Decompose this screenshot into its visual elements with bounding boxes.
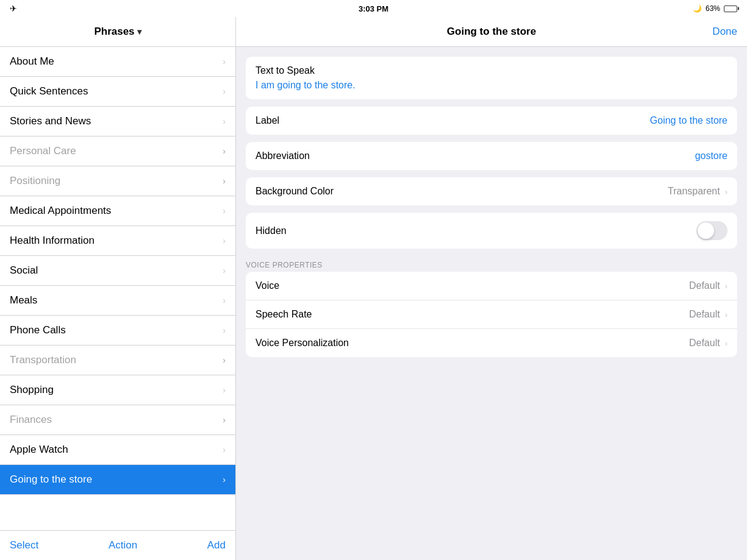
chevron-right-icon: › bbox=[223, 266, 226, 275]
voice-value: Default bbox=[689, 280, 720, 291]
hidden-row: Hidden bbox=[246, 213, 737, 249]
sidebar-item-label: Medical Appointments bbox=[10, 205, 111, 217]
add-button[interactable]: Add bbox=[207, 539, 226, 551]
hidden-toggle[interactable] bbox=[696, 221, 727, 240]
background-color-value-row: Transparent › bbox=[668, 186, 727, 197]
sidebar-header-label: Phrases bbox=[94, 26, 134, 38]
voice-personalization-value-row: Default › bbox=[689, 338, 727, 349]
sidebar-item-personal-care[interactable]: Personal Care › bbox=[0, 136, 235, 166]
text-to-speak-row: Text to Speak I am going to the store. bbox=[246, 57, 737, 99]
sidebar-item-label: Shopping bbox=[10, 384, 54, 396]
sidebar-list: About Me › Quick Sentences › Stories and… bbox=[0, 47, 235, 530]
sidebar-item-label: About Me bbox=[10, 55, 54, 68]
voice-properties-card: Voice Default › Speech Rate Default › bbox=[246, 272, 737, 357]
label-row: Label Going to the store bbox=[246, 107, 737, 135]
chevron-right-icon: › bbox=[223, 176, 226, 186]
phrases-dropdown-icon: ▾ bbox=[137, 27, 141, 37]
hidden-label: Hidden bbox=[256, 225, 287, 236]
chevron-right-icon: › bbox=[223, 296, 226, 305]
action-button[interactable]: Action bbox=[109, 539, 137, 551]
chevron-right-icon: › bbox=[223, 355, 226, 365]
right-panel-title: Going to the store bbox=[276, 26, 707, 38]
sidebar-header[interactable]: Phrases ▾ bbox=[0, 17, 235, 47]
background-color-card: Background Color Transparent › bbox=[246, 177, 737, 205]
sidebar-item-label: Going to the store bbox=[10, 473, 92, 486]
sidebar-item-transportation[interactable]: Transportation › bbox=[0, 346, 235, 375]
abbreviation-field-value[interactable]: gostore bbox=[695, 151, 727, 161]
right-panel-header: Going to the store Done bbox=[236, 17, 747, 47]
sidebar: Phrases ▾ About Me › Quick Sentences › S… bbox=[0, 17, 236, 560]
voice-row[interactable]: Voice Default › bbox=[246, 272, 737, 300]
chevron-right-icon: › bbox=[725, 187, 727, 196]
sidebar-item-apple-watch[interactable]: Apple Watch › bbox=[0, 435, 235, 465]
voice-personalization-row[interactable]: Voice Personalization Default › bbox=[246, 329, 737, 357]
chevron-right-icon: › bbox=[223, 445, 226, 455]
speech-rate-value: Default bbox=[689, 309, 720, 320]
label-field-label: Label bbox=[256, 115, 279, 126]
speech-rate-row[interactable]: Speech Rate Default › bbox=[246, 300, 737, 329]
sidebar-item-health-information[interactable]: Health Information › bbox=[0, 226, 235, 256]
sidebar-item-label: Finances bbox=[10, 414, 52, 426]
chevron-right-icon: › bbox=[725, 310, 727, 319]
voice-personalization-value: Default bbox=[689, 338, 720, 349]
battery-bar-icon bbox=[724, 5, 737, 12]
abbreviation-row: Abbreviation gostore bbox=[246, 142, 737, 170]
right-panel-container: Going to the store Done Text to Speak I … bbox=[236, 17, 747, 560]
sidebar-item-medical-appointments[interactable]: Medical Appointments › bbox=[0, 196, 235, 226]
status-bar-left: ✈ bbox=[10, 4, 17, 13]
status-bar-time: 3:03 PM bbox=[359, 4, 388, 13]
sidebar-item-meals[interactable]: Meals › bbox=[0, 286, 235, 316]
text-to-speak-card: Text to Speak I am going to the store. bbox=[246, 57, 737, 99]
sidebar-item-stories-and-news[interactable]: Stories and News › bbox=[0, 107, 235, 136]
status-bar-right: 🌙 63% bbox=[693, 4, 737, 13]
chevron-right-icon: › bbox=[223, 57, 226, 66]
sidebar-footer: Select Action Add bbox=[0, 530, 235, 560]
chevron-right-icon: › bbox=[223, 385, 226, 395]
sidebar-item-label: Personal Care bbox=[10, 145, 76, 157]
main-content: Phrases ▾ About Me › Quick Sentences › S… bbox=[0, 17, 747, 560]
toggle-knob bbox=[698, 222, 714, 239]
sidebar-item-phone-calls[interactable]: Phone Calls › bbox=[0, 316, 235, 346]
chevron-right-icon: › bbox=[725, 339, 727, 348]
speech-rate-value-row: Default › bbox=[689, 309, 727, 320]
status-bar: ✈ 3:03 PM 🌙 63% bbox=[0, 0, 747, 17]
voice-properties-header: VOICE PROPERTIES bbox=[236, 256, 747, 272]
speech-rate-label: Speech Rate bbox=[256, 309, 312, 320]
sidebar-item-label: Phone Calls bbox=[10, 324, 66, 336]
chevron-right-icon: › bbox=[725, 282, 727, 291]
label-field-value[interactable]: Going to the store bbox=[650, 115, 727, 126]
label-card: Label Going to the store bbox=[246, 107, 737, 135]
voice-personalization-label: Voice Personalization bbox=[256, 338, 349, 349]
chevron-right-icon: › bbox=[223, 325, 226, 335]
sidebar-item-label: Positioning bbox=[10, 175, 60, 187]
background-color-label: Background Color bbox=[256, 186, 334, 197]
sidebar-item-social[interactable]: Social › bbox=[0, 256, 235, 286]
sidebar-item-label: Social bbox=[10, 264, 38, 277]
chevron-right-icon: › bbox=[223, 146, 226, 156]
chevron-right-icon: › bbox=[223, 475, 226, 484]
moon-icon: 🌙 bbox=[693, 4, 702, 13]
sidebar-item-label: Meals bbox=[10, 294, 37, 307]
sidebar-item-quick-sentences[interactable]: Quick Sentences › bbox=[0, 77, 235, 107]
sidebar-item-finances[interactable]: Finances › bbox=[0, 405, 235, 435]
sidebar-item-label: Quick Sentences bbox=[10, 85, 88, 97]
sidebar-item-label: Transportation bbox=[10, 354, 76, 366]
sidebar-item-going-to-store[interactable]: Going to the store › bbox=[0, 465, 235, 495]
airplane-icon: ✈ bbox=[10, 4, 17, 13]
voice-value-row: Default › bbox=[689, 280, 727, 291]
chevron-right-icon: › bbox=[223, 236, 226, 246]
sidebar-item-positioning[interactable]: Positioning › bbox=[0, 166, 235, 196]
battery-percent: 63% bbox=[706, 4, 720, 13]
abbreviation-card: Abbreviation gostore bbox=[246, 142, 737, 170]
abbreviation-field-label: Abbreviation bbox=[256, 151, 310, 161]
chevron-right-icon: › bbox=[223, 206, 226, 216]
select-button[interactable]: Select bbox=[10, 539, 38, 551]
chevron-right-icon: › bbox=[223, 415, 226, 425]
chevron-right-icon: › bbox=[223, 116, 226, 126]
text-to-speak-value[interactable]: I am going to the store. bbox=[256, 80, 727, 91]
done-button[interactable]: Done bbox=[707, 26, 737, 38]
sidebar-item-about-me[interactable]: About Me › bbox=[0, 47, 235, 77]
sidebar-item-label: Apple Watch bbox=[10, 444, 68, 456]
background-color-row[interactable]: Background Color Transparent › bbox=[246, 177, 737, 205]
sidebar-item-shopping[interactable]: Shopping › bbox=[0, 375, 235, 405]
